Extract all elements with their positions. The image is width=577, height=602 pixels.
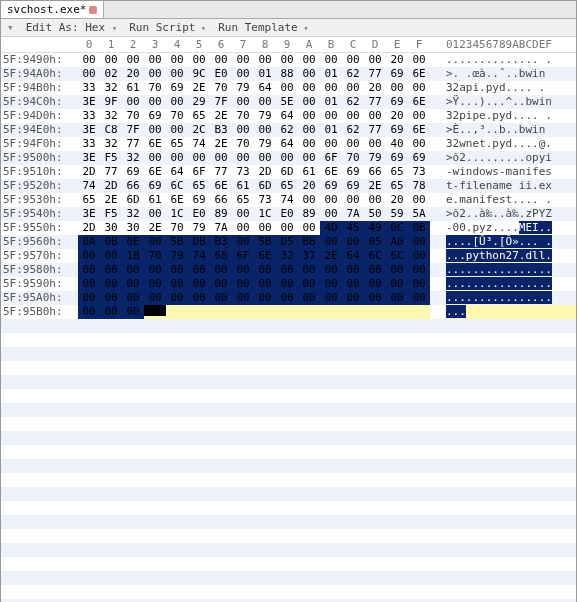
- hex-bytes[interactable]: 3332706970652E707964000000002000: [78, 109, 430, 123]
- byte[interactable]: 3E: [78, 151, 100, 165]
- byte[interactable]: 6E: [408, 95, 430, 109]
- byte[interactable]: 00: [210, 53, 232, 67]
- ascii-view[interactable]: ................: [446, 291, 576, 305]
- byte[interactable]: 00: [78, 67, 100, 81]
- byte[interactable]: 78: [408, 179, 430, 193]
- byte[interactable]: 7A: [210, 221, 232, 235]
- hex-bytes[interactable]: 33326170692E70796400000000200000: [78, 81, 430, 95]
- byte[interactable]: 00: [298, 151, 320, 165]
- hex-row[interactable]: 5F:94C0h:3E9F000000297F00005E00016277696…: [1, 95, 576, 109]
- byte[interactable]: 00: [298, 109, 320, 123]
- file-tab[interactable]: svchost.exe*: [1, 1, 104, 18]
- byte[interactable]: 00: [144, 53, 166, 67]
- byte[interactable]: 65: [386, 165, 408, 179]
- byte[interactable]: 00: [144, 67, 166, 81]
- byte[interactable]: 69: [144, 179, 166, 193]
- byte[interactable]: 00: [342, 137, 364, 151]
- byte[interactable]: 00: [188, 291, 210, 305]
- byte[interactable]: 6C: [166, 179, 188, 193]
- byte[interactable]: 00: [144, 95, 166, 109]
- byte[interactable]: 2E: [364, 179, 386, 193]
- byte[interactable]: 69: [122, 165, 144, 179]
- byte[interactable]: 61: [144, 193, 166, 207]
- byte[interactable]: 00: [232, 95, 254, 109]
- byte[interactable]: 69: [144, 109, 166, 123]
- byte[interactable]: 00: [100, 291, 122, 305]
- byte[interactable]: 00: [342, 277, 364, 291]
- hex-row[interactable]: 5F:9580h:0000000000000000000000000000000…: [1, 263, 576, 277]
- byte[interactable]: 5E: [276, 95, 298, 109]
- byte[interactable]: 6E: [144, 137, 166, 151]
- byte[interactable]: 00: [276, 81, 298, 95]
- byte[interactable]: 69: [386, 151, 408, 165]
- byte[interactable]: 9F: [100, 95, 122, 109]
- byte[interactable]: 00: [188, 53, 210, 67]
- hex-row[interactable]: 5F:9500h:3EF53200000000000000006F7079696…: [1, 151, 576, 165]
- run-script-dropdown[interactable]: Run Script: [129, 21, 206, 34]
- ascii-view[interactable]: 32api.pyd.... .: [446, 81, 576, 95]
- byte[interactable]: 00: [298, 263, 320, 277]
- byte[interactable]: 00: [298, 221, 320, 235]
- byte[interactable]: 00: [144, 123, 166, 137]
- byte[interactable]: 00: [232, 151, 254, 165]
- byte[interactable]: 0B: [100, 235, 122, 249]
- byte[interactable]: 00: [254, 95, 276, 109]
- byte[interactable]: C8: [100, 123, 122, 137]
- byte[interactable]: 20: [386, 109, 408, 123]
- byte[interactable]: 00: [320, 53, 342, 67]
- byte[interactable]: 69: [386, 123, 408, 137]
- byte[interactable]: 20: [386, 53, 408, 67]
- byte[interactable]: 69: [188, 193, 210, 207]
- byte[interactable]: 00: [232, 123, 254, 137]
- byte[interactable]: 00: [100, 277, 122, 291]
- byte[interactable]: 2D: [78, 221, 100, 235]
- byte[interactable]: 70: [342, 151, 364, 165]
- ascii-view[interactable]: .............. .: [446, 53, 576, 67]
- byte[interactable]: 00: [386, 291, 408, 305]
- byte[interactable]: 62: [342, 123, 364, 137]
- byte[interactable]: 74: [78, 179, 100, 193]
- byte[interactable]: 00: [144, 291, 166, 305]
- byte[interactable]: 20: [298, 179, 320, 193]
- byte[interactable]: 49: [364, 221, 386, 235]
- byte[interactable]: F5: [100, 151, 122, 165]
- byte[interactable]: 3E: [78, 207, 100, 221]
- byte[interactable]: 3E: [78, 123, 100, 137]
- ascii-view[interactable]: 32wnet.pyd....@.: [446, 137, 576, 151]
- byte[interactable]: 73: [408, 165, 430, 179]
- byte[interactable]: 5B: [166, 235, 188, 249]
- byte[interactable]: 62: [342, 95, 364, 109]
- byte[interactable]: 00: [276, 221, 298, 235]
- byte[interactable]: 6E: [254, 249, 276, 263]
- byte[interactable]: 66: [364, 165, 386, 179]
- byte[interactable]: 00: [298, 137, 320, 151]
- byte[interactable]: E0: [276, 207, 298, 221]
- ascii-view[interactable]: -00.pyz....MEI..: [446, 221, 576, 235]
- byte[interactable]: 77: [364, 67, 386, 81]
- byte[interactable]: 64: [342, 249, 364, 263]
- byte[interactable]: 2E: [210, 109, 232, 123]
- byte[interactable]: 79: [188, 221, 210, 235]
- byte[interactable]: 00: [386, 277, 408, 291]
- byte[interactable]: 6E: [320, 165, 342, 179]
- byte[interactable]: 05: [364, 235, 386, 249]
- byte[interactable]: 70: [232, 137, 254, 151]
- hex-bytes[interactable]: 00001B707974686F6E32372E646C6C00: [78, 249, 430, 263]
- byte[interactable]: 32: [122, 207, 144, 221]
- ascii-view[interactable]: ....[Û³.[Õ»... .: [446, 235, 576, 249]
- byte[interactable]: 00: [144, 263, 166, 277]
- byte[interactable]: 64: [254, 81, 276, 95]
- byte[interactable]: 00: [386, 263, 408, 277]
- byte[interactable]: 74: [276, 193, 298, 207]
- byte[interactable]: 33: [78, 81, 100, 95]
- byte[interactable]: 00: [408, 81, 430, 95]
- hex-row[interactable]: 5F:95B0h:000000...: [1, 305, 576, 319]
- byte[interactable]: 00: [364, 291, 386, 305]
- byte[interactable]: 00: [408, 249, 430, 263]
- byte[interactable]: 70: [144, 249, 166, 263]
- byte[interactable]: 1C: [166, 207, 188, 221]
- byte[interactable]: 00: [144, 235, 166, 249]
- byte[interactable]: 5A: [408, 207, 430, 221]
- hex-bytes[interactable]: 3EF532001CE089001CE089007A50595A: [78, 207, 430, 221]
- hex-row[interactable]: 5F:94A0h:00022000009CE000018800016277696…: [1, 67, 576, 81]
